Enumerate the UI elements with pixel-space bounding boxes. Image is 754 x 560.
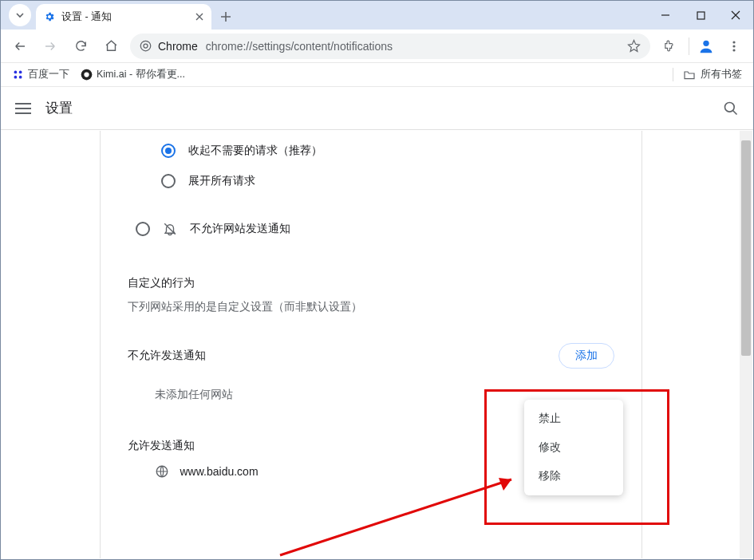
svg-rect-0 [697,12,705,19]
extensions-button[interactable] [658,35,681,57]
bookmark-star-button[interactable] [627,39,641,53]
custom-behavior-heading: 自定义的行为 [128,276,614,290]
radio-label: 收起不需要的请求（推荐） [188,144,322,158]
bell-off-icon [163,222,177,236]
svg-point-1 [140,41,151,51]
settings-content-viewport: 收起不需要的请求（推荐） 展开所有请求 不允许网站发送通知 自定义的行为 下列网… [2,131,752,558]
baidu-favicon-icon [12,69,24,81]
back-button[interactable] [9,35,31,57]
minimize-button[interactable] [648,1,683,30]
allow-section-label: 允许发送通知 [128,439,195,453]
site-hostname: www.baidu.com [180,465,259,478]
home-icon [105,39,118,53]
radio-option-expand[interactable]: 展开所有请求 [128,166,614,196]
svg-point-9 [14,76,18,79]
new-tab-button[interactable] [215,6,237,28]
context-menu-block[interactable]: 禁止 [524,404,623,433]
svg-point-12 [84,72,89,77]
reload-button[interactable] [69,35,92,57]
svg-point-13 [725,102,735,112]
maximize-button[interactable] [683,1,718,30]
scrollbar-track[interactable] [740,131,752,558]
settings-header: 设置 [1,87,753,130]
plus-icon [220,11,231,22]
svg-point-6 [732,49,735,51]
custom-behavior-description: 下列网站采用的是自定义设置（而非默认设置） [128,300,614,314]
url-scheme-label: Chrome [158,40,198,53]
svg-point-4 [732,41,735,43]
radio-option-collapse[interactable]: 收起不需要的请求（推荐） [128,139,614,166]
reload-icon [74,39,88,53]
radio-icon [161,174,176,188]
arrow-right-icon [43,39,57,53]
url-text: chrome://settings/content/notifications [206,40,621,53]
profile-avatar[interactable] [697,37,715,55]
globe-icon [155,464,169,479]
navigation-toolbar: Chrome chrome://settings/content/notific… [1,30,753,63]
close-window-button[interactable] [718,1,753,30]
block-section-header: 不允许发送通知 添加 [128,343,614,369]
context-menu-remove[interactable]: 移除 [524,462,623,491]
radio-icon [161,144,176,158]
minimize-icon [661,10,670,20]
page-title: 设置 [45,99,73,117]
context-menu-edit[interactable]: 修改 [524,433,623,462]
browser-tab-active[interactable]: 设置 - 通知 [36,4,211,30]
bookmarks-bar: 百度一下 Kimi.ai - 帮你看更... 所有书签 [1,63,753,87]
bookmark-kimi[interactable]: Kimi.ai - 帮你看更... [81,68,185,81]
radio-label: 不允许网站发送通知 [190,222,290,236]
svg-point-5 [732,45,735,47]
search-icon [723,101,739,116]
svg-point-3 [703,40,709,45]
svg-point-7 [14,71,18,74]
radio-icon [136,222,150,236]
scrollbar-thumb[interactable] [741,140,751,356]
forward-button[interactable] [39,35,61,57]
tab-strip: 设置 - 通知 [1,1,753,30]
maximize-icon [697,11,705,20]
person-icon [697,37,715,55]
kimi-favicon-icon [81,69,93,81]
radio-option-block-all[interactable]: 不允许网站发送通知 [128,214,614,244]
radio-label: 展开所有请求 [188,174,255,188]
bookmark-label: Kimi.ai - 帮你看更... [97,68,185,81]
menu-button[interactable] [723,35,745,57]
chrome-icon [140,40,152,52]
kebab-icon [728,40,740,53]
settings-search-button[interactable] [723,101,739,116]
close-icon [731,10,740,20]
settings-menu-button[interactable] [15,100,31,117]
all-bookmarks-label: 所有书签 [701,68,742,81]
tabs-dropdown-button[interactable] [9,4,31,26]
folder-icon [683,69,696,81]
svg-point-10 [19,76,22,79]
svg-point-8 [19,71,22,74]
svg-point-2 [144,44,148,48]
tab-close-button[interactable] [195,13,203,21]
star-icon [627,39,641,53]
close-icon [195,13,203,21]
address-bar[interactable]: Chrome chrome://settings/content/notific… [130,34,650,59]
puzzle-icon [663,39,677,53]
block-section-label: 不允许发送通知 [128,349,206,363]
home-button[interactable] [100,35,122,57]
tab-title: 设置 - 通知 [61,10,112,24]
bookmark-label: 百度一下 [28,68,69,81]
chevron-down-icon [15,10,25,20]
gear-icon [44,11,55,22]
add-block-site-button[interactable]: 添加 [559,343,614,369]
all-bookmarks-button[interactable]: 所有书签 [673,68,742,81]
bookmark-baidu[interactable]: 百度一下 [12,68,69,81]
site-context-menu: 禁止 修改 移除 [524,400,623,495]
arrow-left-icon [13,39,27,53]
window-controls [648,1,753,30]
divider [689,37,689,55]
